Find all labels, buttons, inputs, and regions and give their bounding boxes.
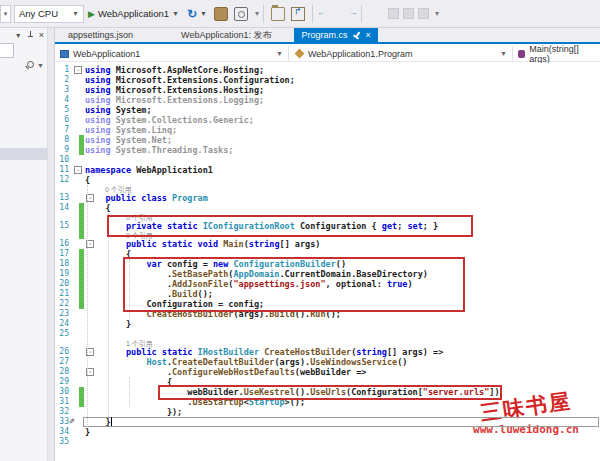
- export-items-icon[interactable]: [291, 7, 305, 21]
- code-line[interactable]: 13- public class Program: [55, 193, 600, 203]
- chevron-down-icon: ▼: [72, 10, 79, 17]
- current-line-highlight: [83, 417, 599, 427]
- search-icon: [25, 61, 34, 70]
- code-line[interactable]: 5using System;: [55, 105, 600, 115]
- code-line[interactable]: 2using Microsoft.Extensions.Configuratio…: [55, 75, 600, 85]
- line-number: 2: [55, 75, 69, 84]
- code-text: using System.Net;: [85, 135, 172, 145]
- code-line[interactable]: 26- public static IHostBuilder CreateHos…: [55, 347, 600, 357]
- member-dropdown-value: Main(string[] args): [529, 44, 595, 64]
- code-line[interactable]: 14 {: [55, 203, 600, 213]
- standard-toolbar: ▾ Any CPU ▼ ▶ WebApplication1 ▼ ↻ ▼ ▾ ▾: [0, 0, 600, 28]
- code-line[interactable]: 32 });: [55, 407, 600, 417]
- fold-collapse-icon[interactable]: -: [74, 66, 82, 74]
- panel-search-input[interactable]: [0, 43, 14, 58]
- code-line[interactable]: 24 }: [55, 319, 600, 329]
- tab-webapplication1-publish[interactable]: WebApplication1: 发布: [174, 28, 278, 42]
- code-text: namespace WebApplication1: [85, 165, 213, 175]
- code-line[interactable]: 12{: [55, 175, 600, 185]
- code-text: }: [85, 427, 90, 437]
- line-number: 5: [55, 105, 69, 114]
- start-debugging-button[interactable]: ▶ WebApplication1 ▼: [84, 3, 183, 25]
- hot-reload-button[interactable]: ↻ ▼: [183, 3, 211, 25]
- code-text: using Microsoft.Extensions.Logging;: [85, 95, 264, 105]
- code-text: public static void Main(string[] args): [85, 239, 320, 249]
- code-text: using System.Collections.Generic;: [85, 115, 254, 125]
- code-line[interactable]: 8using System.Net;: [55, 135, 600, 145]
- platform-dropdown[interactable]: Any CPU ▼: [14, 5, 84, 23]
- annotation-box: [107, 215, 473, 237]
- code-line[interactable]: 33✎ }: [55, 417, 600, 427]
- code-line[interactable]: 34}: [55, 427, 600, 437]
- tab-label: appsettings.json: [68, 30, 133, 40]
- code-line[interactable]: 16- public static void Main(string[] arg…: [55, 239, 600, 249]
- line-number: 12: [55, 175, 69, 184]
- annotation-box: [158, 385, 502, 400]
- toolbar-separator: [312, 5, 313, 23]
- code-line[interactable]: 3using Microsoft.Extensions.Hosting;: [55, 85, 600, 95]
- code-line[interactable]: 25: [55, 329, 600, 339]
- project-icon: [60, 50, 69, 58]
- code-text: Host.CreateDefaultBuilder(args).UseWindo…: [85, 357, 407, 367]
- line-number: 11: [55, 165, 69, 174]
- code-text: using System.Threading.Tasks;: [85, 145, 233, 155]
- pin-icon[interactable]: [352, 29, 363, 40]
- project-dropdown[interactable]: WebApplication1 ▼: [55, 46, 288, 61]
- change-bar: [79, 213, 84, 221]
- line-number: 28: [55, 367, 69, 376]
- change-bar: [79, 203, 84, 213]
- start-debugging-label: WebApplication1: [98, 8, 169, 19]
- line-number: 24: [55, 319, 69, 328]
- code-line[interactable]: 9using System.Threading.Tasks;: [55, 145, 600, 155]
- close-icon[interactable]: ×: [365, 30, 370, 40]
- codelens-row[interactable]: 0 个引用: [55, 185, 600, 193]
- line-number: 10: [55, 155, 69, 164]
- code-text: {: [85, 203, 111, 213]
- toolbar-overflow-icon[interactable]: ▾: [435, 9, 439, 18]
- code-navigation-bar: WebApplication1 ▼ WebApplication1.Progra…: [55, 46, 600, 62]
- chevron-down-icon: ▼: [172, 10, 179, 17]
- member-dropdown[interactable]: Main(string[] args): [513, 46, 600, 61]
- line-number: 21: [55, 289, 69, 298]
- window-menu-icon[interactable]: ▼: [15, 32, 22, 39]
- code-line[interactable]: 11-namespace WebApplication1: [55, 165, 600, 175]
- code-text: .ConfigureWebHostDefaults(webBuilder =>: [85, 367, 366, 377]
- code-text: using System.Linq;: [85, 125, 177, 135]
- toolbar-overflow-icon[interactable]: ▾: [255, 9, 259, 18]
- code-line[interactable]: 1-using Microsoft.AspNetCore.Hosting;: [55, 65, 600, 75]
- code-line[interactable]: 27 Host.CreateDefaultBuilder(args).UseWi…: [55, 357, 600, 367]
- tab-label: WebApplication1: 发布: [181, 29, 271, 42]
- configuration-dropdown-partial[interactable]: ▾: [0, 5, 11, 23]
- close-icon[interactable]: ×: [39, 30, 44, 40]
- tab-label: Program.cs: [301, 30, 347, 40]
- code-line[interactable]: 4using Microsoft.Extensions.Logging;: [55, 95, 600, 105]
- fold-collapse-icon[interactable]: -: [74, 166, 82, 174]
- line-number: 15: [55, 221, 69, 230]
- tab-appsettings-json[interactable]: appsettings.json: [61, 28, 140, 42]
- panel-scrollbar[interactable]: [47, 28, 54, 461]
- type-dropdown[interactable]: WebApplication1.Program ▼: [289, 46, 512, 61]
- code-editor-surface[interactable]: 三味书屋 www.luweidong.cn 1-using Microsoft.…: [55, 63, 600, 461]
- code-line[interactable]: 28- .ConfigureWebHostDefaults(webBuilder…: [55, 367, 600, 377]
- method-icon: [518, 50, 525, 58]
- line-number: 13: [55, 193, 69, 202]
- screenshot-icon[interactable]: [234, 7, 248, 21]
- project-dropdown-value: WebApplication1: [73, 49, 140, 59]
- code-line[interactable]: 35: [55, 437, 600, 447]
- line-number: 27: [55, 357, 69, 366]
- codelens-row[interactable]: 1 个引用: [55, 339, 600, 347]
- attach-to-process-icon[interactable]: [214, 7, 228, 21]
- panel-selected-row[interactable]: [0, 148, 48, 160]
- code-line[interactable]: 6using System.Collections.Generic;: [55, 115, 600, 125]
- code-line[interactable]: 10: [55, 155, 600, 165]
- change-bar: [79, 259, 84, 269]
- pin-icon[interactable]: [27, 31, 34, 40]
- line-number: 34: [55, 427, 69, 436]
- line-number: 3: [55, 85, 69, 94]
- line-number: 7: [55, 125, 69, 134]
- tab-program-cs[interactable]: Program.cs ×: [294, 28, 377, 42]
- search-control[interactable]: ▼: [25, 61, 44, 70]
- code-line[interactable]: 7using System.Linq;: [55, 125, 600, 135]
- open-folder-icon[interactable]: [271, 7, 285, 21]
- line-number: 1: [55, 65, 69, 74]
